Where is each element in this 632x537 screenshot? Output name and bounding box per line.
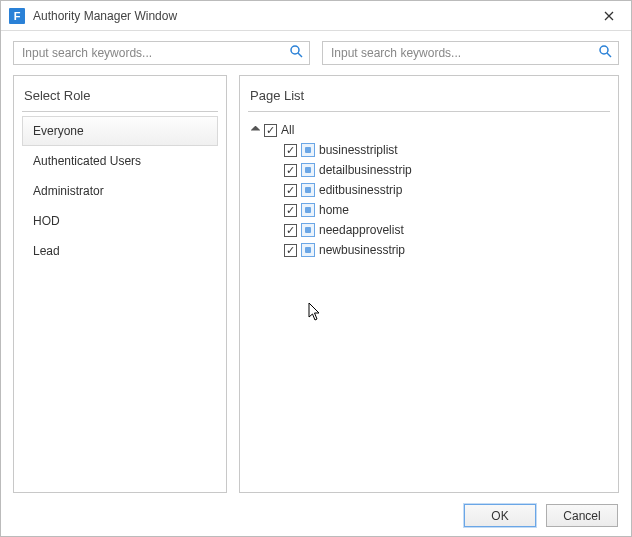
- page-icon: [301, 183, 315, 197]
- tree-item-label: detailbusinesstrip: [319, 163, 412, 177]
- role-search-input[interactable]: [20, 45, 288, 61]
- checkbox[interactable]: ✓: [284, 244, 297, 257]
- search-icon[interactable]: [288, 45, 305, 61]
- window-title: Authority Manager Window: [33, 9, 595, 23]
- tree-item-label: home: [319, 203, 349, 217]
- tree-item[interactable]: ✓businesstriplist: [250, 140, 608, 160]
- role-item[interactable]: Authenticated Users: [22, 146, 218, 176]
- tree-item-label: needapprovelist: [319, 223, 404, 237]
- role-item[interactable]: Lead: [22, 236, 218, 266]
- page-tree: ✓ All ✓businesstriplist✓detailbusinesstr…: [248, 116, 610, 264]
- page-icon: [301, 243, 315, 257]
- role-search-box[interactable]: [13, 41, 310, 65]
- close-icon: [604, 11, 614, 21]
- ok-button[interactable]: OK: [464, 504, 536, 527]
- page-icon: [301, 223, 315, 237]
- checkbox[interactable]: ✓: [284, 204, 297, 217]
- checkbox[interactable]: ✓: [284, 184, 297, 197]
- svg-line-1: [298, 53, 302, 57]
- role-list: EveryoneAuthenticated UsersAdministrator…: [22, 116, 218, 266]
- svg-point-0: [291, 46, 299, 54]
- svg-line-3: [607, 53, 611, 57]
- tree-item[interactable]: ✓editbusinesstrip: [250, 180, 608, 200]
- role-item[interactable]: Administrator: [22, 176, 218, 206]
- page-icon: [301, 203, 315, 217]
- pages-panel: Page List ✓ All ✓businesstriplist✓detail…: [239, 75, 619, 493]
- roles-panel-title: Select Role: [22, 86, 218, 112]
- tree-item[interactable]: ✓newbusinesstrip: [250, 240, 608, 260]
- tree-item-label: newbusinesstrip: [319, 243, 405, 257]
- tree-item-label: businesstriplist: [319, 143, 398, 157]
- search-icon[interactable]: [597, 45, 614, 61]
- tree-item[interactable]: ✓detailbusinesstrip: [250, 160, 608, 180]
- page-search-box[interactable]: [322, 41, 619, 65]
- cancel-button[interactable]: Cancel: [546, 504, 618, 527]
- roles-panel: Select Role EveryoneAuthenticated UsersA…: [13, 75, 227, 493]
- page-icon: [301, 143, 315, 157]
- tree-item[interactable]: ✓needapprovelist: [250, 220, 608, 240]
- tree-root[interactable]: ✓ All: [250, 120, 608, 140]
- tree-item-label: editbusinesstrip: [319, 183, 402, 197]
- tree-item[interactable]: ✓home: [250, 200, 608, 220]
- role-item[interactable]: Everyone: [22, 116, 218, 146]
- page-search-input[interactable]: [329, 45, 597, 61]
- titlebar: F Authority Manager Window: [1, 1, 631, 31]
- page-icon: [301, 163, 315, 177]
- pages-panel-title: Page List: [248, 86, 610, 112]
- app-icon: F: [9, 8, 25, 24]
- checkbox[interactable]: ✓: [284, 224, 297, 237]
- close-button[interactable]: [595, 6, 623, 26]
- svg-point-2: [600, 46, 608, 54]
- role-item[interactable]: HOD: [22, 206, 218, 236]
- checkbox[interactable]: ✓: [284, 164, 297, 177]
- expand-icon[interactable]: [250, 125, 260, 135]
- checkbox[interactable]: ✓: [284, 144, 297, 157]
- tree-root-label: All: [281, 123, 294, 137]
- checkbox[interactable]: ✓: [264, 124, 277, 137]
